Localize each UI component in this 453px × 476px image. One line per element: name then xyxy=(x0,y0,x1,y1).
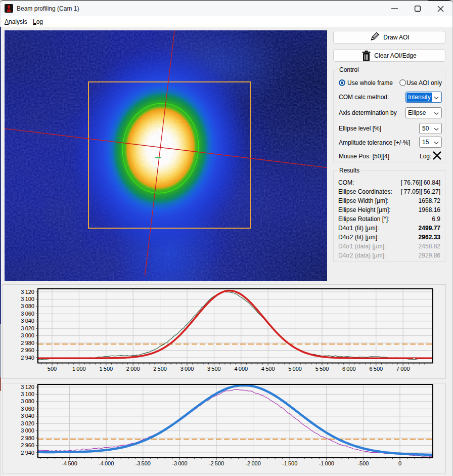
svg-text:2 960: 2 960 xyxy=(21,442,34,448)
svg-text:3 040: 3 040 xyxy=(21,318,34,324)
svg-text:3 040: 3 040 xyxy=(21,413,34,419)
svg-text:-2 000: -2 000 xyxy=(245,460,260,466)
svg-text:1 000: 1 000 xyxy=(72,366,86,372)
svg-text:2 940: 2 940 xyxy=(21,450,34,456)
svg-text:-2 500: -2 500 xyxy=(209,460,224,466)
svg-text:3 000: 3 000 xyxy=(21,427,34,434)
svg-text:-4 500: -4 500 xyxy=(62,460,77,466)
svg-text:3 020: 3 020 xyxy=(21,420,34,426)
svg-text:5 000: 5 000 xyxy=(288,366,302,372)
svg-text:3 120: 3 120 xyxy=(21,289,34,295)
svg-text:3 080: 3 080 xyxy=(21,398,34,404)
svg-text:3 000: 3 000 xyxy=(180,366,194,372)
svg-text:4 500: 4 500 xyxy=(261,366,275,372)
svg-text:2 000: 2 000 xyxy=(126,366,140,372)
svg-text:3 500: 3 500 xyxy=(207,366,221,372)
svg-text:500: 500 xyxy=(48,366,57,372)
svg-text:-1 000: -1 000 xyxy=(319,460,334,466)
svg-text:5 500: 5 500 xyxy=(315,366,329,372)
svg-text:2 980: 2 980 xyxy=(21,340,34,346)
svg-text:3 100: 3 100 xyxy=(21,296,34,302)
svg-text:-3 500: -3 500 xyxy=(135,460,151,466)
svg-text:6 500: 6 500 xyxy=(369,366,383,372)
svg-text:3 020: 3 020 xyxy=(21,325,34,331)
svg-text:-1 500: -1 500 xyxy=(282,460,297,466)
svg-text:3 060: 3 060 xyxy=(21,311,34,317)
svg-text:3 100: 3 100 xyxy=(21,391,34,397)
svg-text:-3 000: -3 000 xyxy=(172,460,187,466)
svg-text:2 980: 2 980 xyxy=(21,435,34,441)
svg-text:3 080: 3 080 xyxy=(21,303,34,309)
svg-text:0: 0 xyxy=(398,460,401,466)
svg-text:3 060: 3 060 xyxy=(21,406,34,412)
svg-text:7 000: 7 000 xyxy=(396,366,410,372)
svg-text:3 000: 3 000 xyxy=(21,332,34,338)
svg-text:6 000: 6 000 xyxy=(342,366,356,372)
svg-text:4 000: 4 000 xyxy=(234,366,248,372)
svg-text:2 500: 2 500 xyxy=(153,366,167,372)
svg-text:1 500: 1 500 xyxy=(99,366,113,372)
svg-text:-4 000: -4 000 xyxy=(99,460,114,466)
svg-text:2 960: 2 960 xyxy=(21,347,34,353)
svg-text:3 120: 3 120 xyxy=(21,384,34,390)
svg-text:2 940: 2 940 xyxy=(21,355,34,361)
svg-text:-500: -500 xyxy=(357,460,369,466)
